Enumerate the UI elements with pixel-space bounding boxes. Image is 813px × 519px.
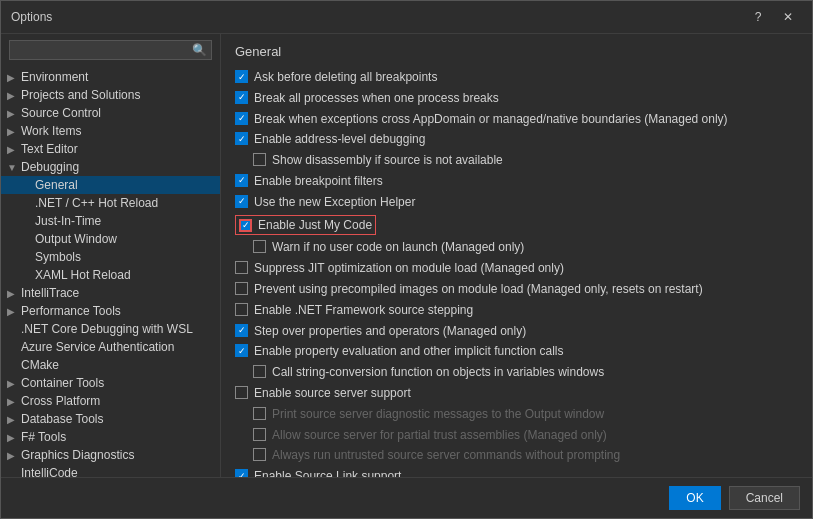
tree-item-graphics-diagnostics[interactable]: ▶Graphics Diagnostics <box>1 446 220 464</box>
tree-label-debugging-dotnet-hotreload: .NET / C++ Hot Reload <box>35 196 158 210</box>
checkbox-enable-dotnet-source[interactable] <box>235 303 248 316</box>
checkbox-ask-before-deleting[interactable] <box>235 70 248 83</box>
option-label-enable-address-level: Enable address-level debugging <box>254 131 425 148</box>
tree-label-debugging-outputwindow: Output Window <box>35 232 117 246</box>
option-row-ask-before-deleting: Ask before deleting all breakpoints <box>235 67 798 88</box>
tree-arrow-debugging: ▼ <box>7 162 19 173</box>
checkbox-print-source-server[interactable] <box>253 407 266 420</box>
option-label-warn-no-user-code: Warn if no user code on launch (Managed … <box>272 239 524 256</box>
ok-button[interactable]: OK <box>669 486 720 510</box>
option-label-print-source-server: Print source server diagnostic messages … <box>272 406 604 423</box>
tree-arrow-environment: ▶ <box>7 72 19 83</box>
tree-item-cmake[interactable]: CMake <box>1 356 220 374</box>
checkbox-warn-no-user-code[interactable] <box>253 240 266 253</box>
tree-item-environment[interactable]: ▶Environment <box>1 68 220 86</box>
tree-label-environment: Environment <box>21 70 88 84</box>
cancel-button[interactable]: Cancel <box>729 486 800 510</box>
tree-label-performance-tools: Performance Tools <box>21 304 121 318</box>
tree-arrow-container-tools: ▶ <box>7 378 19 389</box>
tree-arrow-graphics-diagnostics: ▶ <box>7 450 19 461</box>
tree-label-intellitrace: IntelliTrace <box>21 286 79 300</box>
tree-item-work-items[interactable]: ▶Work Items <box>1 122 220 140</box>
option-label-prevent-precompiled: Prevent using precompiled images on modu… <box>254 281 703 298</box>
option-label-enable-source-link: Enable Source Link support <box>254 468 401 477</box>
option-label-enable-source-server: Enable source server support <box>254 385 411 402</box>
search-input[interactable] <box>14 43 192 57</box>
options-dialog: Options ? ✕ 🔍 ▶Environment▶Projects and … <box>0 0 813 519</box>
tree-item-debugging-dotnet-hotreload[interactable]: .NET / C++ Hot Reload <box>1 194 220 212</box>
option-row-print-source-server: Print source server diagnostic messages … <box>235 404 798 425</box>
option-row-break-all-processes: Break all processes when one process bre… <box>235 88 798 109</box>
tree-item-performance-tools[interactable]: ▶Performance Tools <box>1 302 220 320</box>
option-row-enable-address-level: Enable address-level debugging <box>235 129 798 150</box>
tree-arrow-performance-tools: ▶ <box>7 306 19 317</box>
option-label-show-disassembly: Show disassembly if source is not availa… <box>272 152 503 169</box>
tree-item-azure-service-auth[interactable]: Azure Service Authentication <box>1 338 220 356</box>
option-label-step-over-properties: Step over properties and operators (Mana… <box>254 323 526 340</box>
tree-item-debugging-general[interactable]: General <box>1 176 220 194</box>
tree-item-database-tools[interactable]: ▶Database Tools <box>1 410 220 428</box>
tree-label-debugging-justintime: Just-In-Time <box>35 214 101 228</box>
tree-item-debugging-xamlhotreload[interactable]: XAML Hot Reload <box>1 266 220 284</box>
bottom-bar: OK Cancel <box>1 477 812 518</box>
checkbox-enable-just-my-code[interactable] <box>239 219 252 232</box>
checkbox-step-over-properties[interactable] <box>235 324 248 337</box>
option-row-prevent-precompiled: Prevent using precompiled images on modu… <box>235 279 798 300</box>
tree-item-fsharp-tools[interactable]: ▶F# Tools <box>1 428 220 446</box>
checkbox-enable-breakpoint-filters[interactable] <box>235 174 248 187</box>
option-label-enable-breakpoint-filters: Enable breakpoint filters <box>254 173 383 190</box>
tree-arrow-projects-solutions: ▶ <box>7 90 19 101</box>
checkbox-use-new-exception-helper[interactable] <box>235 195 248 208</box>
tree-label-container-tools: Container Tools <box>21 376 104 390</box>
checkbox-call-string-conversion[interactable] <box>253 365 266 378</box>
checkbox-allow-source-server-partial[interactable] <box>253 428 266 441</box>
tree-item-debugging[interactable]: ▼Debugging <box>1 158 220 176</box>
checkbox-always-run-untrusted[interactable] <box>253 448 266 461</box>
tree-view: ▶Environment▶Projects and Solutions▶Sour… <box>1 66 220 477</box>
checkbox-enable-property-eval[interactable] <box>235 344 248 357</box>
tree-item-debugging-outputwindow[interactable]: Output Window <box>1 230 220 248</box>
checkbox-enable-address-level[interactable] <box>235 132 248 145</box>
tree-item-container-tools[interactable]: ▶Container Tools <box>1 374 220 392</box>
tree-item-debugging-justintime[interactable]: Just-In-Time <box>1 212 220 230</box>
tree-label-work-items: Work Items <box>21 124 81 138</box>
option-row-suppress-jit: Suppress JIT optimization on module load… <box>235 258 798 279</box>
option-row-enable-source-link: Enable Source Link support <box>235 466 798 477</box>
option-label-enable-property-eval: Enable property evaluation and other imp… <box>254 343 564 360</box>
option-label-always-run-untrusted: Always run untrusted source server comma… <box>272 447 620 464</box>
search-icon: 🔍 <box>192 43 207 57</box>
tree-arrow-source-control: ▶ <box>7 108 19 119</box>
tree-item-projects-solutions[interactable]: ▶Projects and Solutions <box>1 86 220 104</box>
option-label-enable-just-my-code: Enable Just My Code <box>258 217 372 234</box>
tree-item-cross-platform[interactable]: ▶Cross Platform <box>1 392 220 410</box>
checkbox-enable-source-link[interactable] <box>235 469 248 477</box>
option-row-enable-dotnet-source: Enable .NET Framework source stepping <box>235 300 798 321</box>
checkbox-prevent-precompiled[interactable] <box>235 282 248 295</box>
tree-item-intellitrace[interactable]: ▶IntelliTrace <box>1 284 220 302</box>
option-label-allow-source-server-partial: Allow source server for partial trust as… <box>272 427 607 444</box>
tree-item-source-control[interactable]: ▶Source Control <box>1 104 220 122</box>
tree-item-intellicode[interactable]: IntelliCode <box>1 464 220 477</box>
left-panel: 🔍 ▶Environment▶Projects and Solutions▶So… <box>1 34 221 477</box>
checkbox-show-disassembly[interactable] <box>253 153 266 166</box>
checkbox-suppress-jit[interactable] <box>235 261 248 274</box>
option-row-call-string-conversion: Call string-conversion function on objec… <box>235 362 798 383</box>
tree-item-debugging-symbols[interactable]: Symbols <box>1 248 220 266</box>
option-row-enable-just-my-code: Enable Just My Code <box>235 213 798 238</box>
tree-label-debugging-xamlhotreload: XAML Hot Reload <box>35 268 131 282</box>
tree-arrow-cross-platform: ▶ <box>7 396 19 407</box>
help-button[interactable]: ? <box>744 7 772 27</box>
tree-item-text-editor[interactable]: ▶Text Editor <box>1 140 220 158</box>
tree-label-intellicode: IntelliCode <box>21 466 78 477</box>
tree-label-projects-solutions: Projects and Solutions <box>21 88 140 102</box>
tree-item-dotnet-core-debugging[interactable]: .NET Core Debugging with WSL <box>1 320 220 338</box>
tree-label-azure-service-auth: Azure Service Authentication <box>21 340 174 354</box>
checkbox-enable-source-server[interactable] <box>235 386 248 399</box>
title-bar-title: Options <box>11 10 52 24</box>
option-row-show-disassembly: Show disassembly if source is not availa… <box>235 150 798 171</box>
checkbox-break-when-exceptions[interactable] <box>235 112 248 125</box>
tree-arrow-fsharp-tools: ▶ <box>7 432 19 443</box>
close-button[interactable]: ✕ <box>774 7 802 27</box>
checkbox-break-all-processes[interactable] <box>235 91 248 104</box>
option-label-call-string-conversion: Call string-conversion function on objec… <box>272 364 604 381</box>
